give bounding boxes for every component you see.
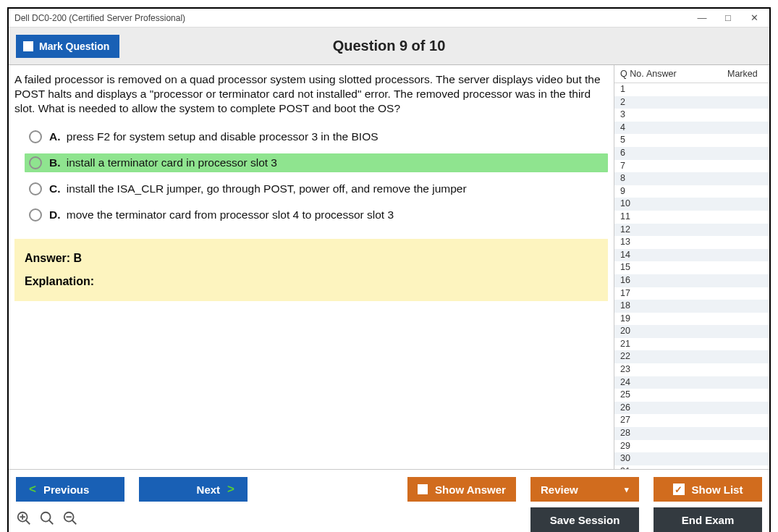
- row-qno: 30: [620, 452, 646, 465]
- question-list-row[interactable]: 30: [614, 452, 769, 465]
- question-list-row[interactable]: 8: [614, 172, 769, 185]
- choice-label: B. install a terminator card in processo…: [49, 156, 277, 169]
- zoom-in-icon[interactable]: [16, 510, 32, 529]
- row-qno: 28: [620, 427, 646, 440]
- question-list-row[interactable]: 5: [614, 134, 769, 147]
- radio-icon[interactable]: [29, 208, 42, 221]
- question-list-row[interactable]: 16: [614, 274, 769, 287]
- row-qno: 12: [620, 224, 646, 237]
- row-qno: 11: [620, 211, 646, 224]
- question-list-row[interactable]: 21: [614, 338, 769, 351]
- question-list-row[interactable]: 17: [614, 287, 769, 300]
- review-label: Review: [541, 484, 578, 496]
- next-button[interactable]: Next >: [139, 477, 248, 502]
- question-list-row[interactable]: 6: [614, 147, 769, 160]
- mark-question-label: Mark Question: [39, 41, 109, 52]
- question-list-row[interactable]: 20: [614, 325, 769, 338]
- answer-block: Answer: B Explanation:: [14, 239, 608, 301]
- question-panel: A failed processor is removed on a quad …: [9, 65, 614, 469]
- radio-icon[interactable]: [29, 130, 42, 143]
- row-qno: 9: [620, 185, 646, 198]
- question-list-row[interactable]: 23: [614, 363, 769, 376]
- choice-row[interactable]: A. press F2 for system setup and disable…: [25, 127, 608, 146]
- row-qno: 15: [620, 261, 646, 274]
- svg-line-1: [26, 520, 30, 525]
- zoom-reset-icon[interactable]: [39, 510, 55, 529]
- row-qno: 14: [620, 249, 646, 262]
- question-list-row[interactable]: 3: [614, 109, 769, 122]
- question-list-row[interactable]: 27: [614, 414, 769, 427]
- choice-list: A. press F2 for system setup and disable…: [25, 127, 608, 224]
- previous-label: Previous: [43, 484, 89, 496]
- minimize-icon[interactable]: —: [697, 13, 707, 23]
- question-list-row[interactable]: 13: [614, 236, 769, 249]
- question-list-body[interactable]: 1234567891011121314151617181920212223242…: [614, 83, 769, 469]
- question-list-row[interactable]: 10: [614, 198, 769, 211]
- question-list-row[interactable]: 18: [614, 300, 769, 313]
- question-list-row[interactable]: 14: [614, 249, 769, 262]
- zoom-out-icon[interactable]: [62, 510, 78, 529]
- save-session-label: Save Session: [550, 514, 620, 526]
- choice-label: A. press F2 for system setup and disable…: [49, 130, 379, 143]
- choice-row[interactable]: B. install a terminator card in processo…: [25, 153, 608, 172]
- question-list-row[interactable]: 22: [614, 350, 769, 363]
- row-qno: 26: [620, 402, 646, 415]
- question-list-header: Q No. Answer Marked: [614, 65, 769, 83]
- row-qno: 18: [620, 300, 646, 313]
- chevron-down-icon: ▾: [625, 485, 629, 494]
- radio-icon[interactable]: [29, 156, 42, 169]
- end-exam-label: End Exam: [682, 514, 735, 526]
- body-area: A failed processor is removed on a quad …: [9, 65, 769, 469]
- titlebar: Dell DC0-200 (Certified Server Professio…: [9, 9, 769, 28]
- row-qno: 10: [620, 198, 646, 211]
- question-list-row[interactable]: 24: [614, 376, 769, 389]
- choice-row[interactable]: D. move the terminator card from process…: [25, 206, 608, 224]
- show-answer-button[interactable]: Show Answer: [407, 477, 516, 502]
- maximize-icon[interactable]: □: [723, 13, 733, 23]
- footer: < Previous Next > Show Answer Review ▾ ✓…: [9, 469, 769, 532]
- question-list-row[interactable]: 29: [614, 440, 769, 453]
- previous-button[interactable]: < Previous: [16, 477, 124, 502]
- row-qno: 2: [620, 96, 646, 109]
- question-list-row[interactable]: 11: [614, 211, 769, 224]
- svg-line-7: [72, 520, 77, 525]
- svg-point-4: [41, 512, 51, 522]
- close-icon[interactable]: ✕: [749, 13, 759, 23]
- question-list-row[interactable]: 2: [614, 96, 769, 109]
- question-list-row[interactable]: 9: [614, 185, 769, 198]
- row-qno: 19: [620, 313, 646, 326]
- question-list-row[interactable]: 12: [614, 224, 769, 237]
- row-qno: 23: [620, 363, 646, 376]
- chevron-left-icon: <: [29, 482, 36, 497]
- save-session-button[interactable]: Save Session: [530, 507, 639, 532]
- question-list-row[interactable]: 4: [614, 122, 769, 135]
- window-controls: — □ ✕: [697, 13, 759, 23]
- checkbox-checked-icon: ✓: [673, 484, 685, 495]
- show-list-button[interactable]: ✓ Show List: [654, 477, 762, 502]
- question-list-row[interactable]: 1: [614, 83, 769, 96]
- svg-line-5: [49, 520, 54, 525]
- end-exam-button[interactable]: End Exam: [654, 507, 762, 532]
- header-bar: Mark Question Question 9 of 10: [9, 28, 769, 65]
- question-list-row[interactable]: 7: [614, 160, 769, 173]
- question-list-row[interactable]: 25: [614, 389, 769, 402]
- footer-row-2: Save Session End Exam: [16, 507, 762, 532]
- choice-row[interactable]: C. install the ISA_CLR jumper, go throug…: [25, 180, 608, 198]
- row-qno: 13: [620, 236, 646, 249]
- row-qno: 29: [620, 440, 646, 453]
- question-list-row[interactable]: 28: [614, 427, 769, 440]
- radio-icon[interactable]: [29, 182, 42, 195]
- row-qno: 7: [620, 160, 646, 173]
- row-qno: 3: [620, 109, 646, 122]
- question-list-row[interactable]: 19: [614, 313, 769, 326]
- mark-question-button[interactable]: Mark Question: [16, 35, 119, 58]
- question-list-row[interactable]: 26: [614, 402, 769, 415]
- question-number-title: Question 9 of 10: [9, 38, 769, 54]
- checkbox-empty-icon: [418, 484, 428, 494]
- question-list-row[interactable]: 15: [614, 261, 769, 274]
- question-text: A failed processor is removed on a quad …: [14, 72, 608, 116]
- review-button[interactable]: Review ▾: [530, 477, 639, 502]
- app-window: Dell DC0-200 (Certified Server Professio…: [7, 7, 771, 532]
- row-qno: 16: [620, 274, 646, 287]
- row-qno: 6: [620, 147, 646, 160]
